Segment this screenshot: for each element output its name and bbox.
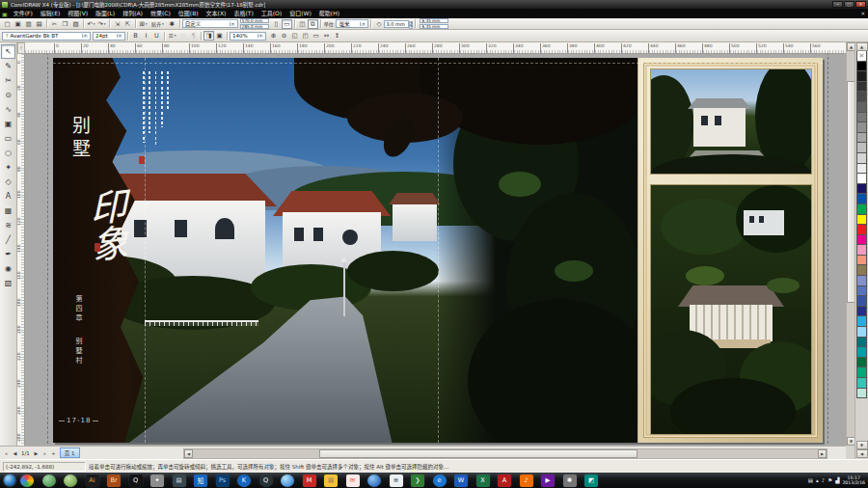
menu-item-1[interactable]: 编辑(E) <box>37 10 64 16</box>
paste-icon[interactable]: ▨ <box>70 19 81 29</box>
palette-swatch-33[interactable] <box>856 388 867 399</box>
menu-item-2[interactable]: 视图(V) <box>64 10 92 16</box>
palette-swatch-0[interactable] <box>856 51 867 62</box>
ruler-origin-box[interactable]: ┼ <box>17 42 25 54</box>
zoom-selected-icon[interactable]: ◱ <box>289 31 300 41</box>
taskbar-app-yellow-folder-icon[interactable]: ▤ <box>324 474 338 487</box>
outline-pen-tool[interactable]: ✒ <box>1 247 15 261</box>
add-page-icon[interactable]: + <box>49 450 58 456</box>
taskbar-app-dark-folder-icon[interactable]: ▤ <box>173 474 186 487</box>
taskbar-app-gray-tool-icon[interactable]: ✦ <box>150 474 164 487</box>
zoom-tool[interactable]: ⊙ <box>1 88 15 102</box>
app-launcher-icon[interactable]: ⊞▾ <box>138 19 149 29</box>
document-page-spread[interactable]: 别墅 印象 第四章 别墅村 17-18 <box>53 58 823 443</box>
horizontal-scroll-thumb[interactable] <box>319 449 637 458</box>
italic-icon[interactable]: I <box>141 31 151 41</box>
taskbar-app-green-bird-icon[interactable] <box>64 474 77 487</box>
vertical-scrollbar[interactable]: ▲ ▼ <box>846 42 854 446</box>
taskbar-app-video-purple-icon[interactable]: ▶ <box>541 474 555 487</box>
tray-icon-0[interactable]: ▤ <box>808 477 813 483</box>
minimize-button-icon[interactable]: ─ <box>832 1 843 8</box>
taskbar-app-music-orange-icon[interactable]: ♪ <box>520 474 533 487</box>
zoom-page-icon[interactable]: ▭ <box>311 31 321 41</box>
menu-item-4[interactable]: 排列(A) <box>119 10 147 16</box>
cut-icon[interactable]: ✂ <box>49 19 60 29</box>
fill-tool[interactable]: ◉ <box>1 261 15 276</box>
table-tool[interactable]: ▦ <box>1 203 15 218</box>
taskbar-app-blue-square-zhi-icon[interactable]: 知 <box>194 474 207 487</box>
menu-item-6[interactable]: 位图(B) <box>175 10 203 16</box>
tray-icon-2[interactable]: ♪ <box>822 477 826 483</box>
nudge-field[interactable]: 3.0 mm <box>384 20 409 28</box>
zoom-page-height-icon[interactable]: ↕ <box>332 31 342 41</box>
zoom-in-icon[interactable]: ⊕ <box>268 31 279 41</box>
drop-cap-icon[interactable]: ¶ <box>188 31 199 41</box>
print-icon[interactable]: ▤ <box>34 19 44 29</box>
taskbar-app-colorful-globe-icon[interactable] <box>20 474 34 487</box>
close-button-icon[interactable]: ✕ <box>855 1 866 8</box>
edit-text-icon[interactable]: ▣ <box>214 31 225 41</box>
taskbar-app-word-blue-icon[interactable]: W <box>454 474 468 487</box>
menu-item-9[interactable]: 工具(O) <box>258 10 285 16</box>
palette-scroll-down-icon[interactable]: ▼ <box>856 441 868 449</box>
taskbar-app-qq-penguin-icon[interactable]: Q <box>259 474 273 487</box>
horizontal-scrollbar[interactable]: ◀ ▶ <box>183 448 827 459</box>
save-icon[interactable]: ▥ <box>23 19 34 29</box>
units-combo[interactable]: 毫米▾ <box>336 19 368 28</box>
document-close-icon[interactable]: ✕ <box>860 11 865 16</box>
duplicate-y-field[interactable]: 6.35 mm <box>420 24 448 29</box>
tray-icon-1[interactable]: ▴ <box>816 477 819 483</box>
menu-item-8[interactable]: 表格(T) <box>230 10 257 16</box>
zoom-level-combo[interactable]: 140%▾ <box>230 32 266 41</box>
character-formatting-icon[interactable]: ◨ <box>203 31 214 41</box>
horizontal-ruler[interactable]: 0204060801001201401601802002202402602803… <box>25 42 846 54</box>
zoom-page-width-icon[interactable]: ↔ <box>321 31 332 41</box>
page-tab[interactable]: 页 1 <box>60 447 80 458</box>
freehand-tool[interactable]: ∿ <box>1 102 15 117</box>
taskbar-app-notepad-icon[interactable]: ≣ <box>390 474 403 487</box>
taskbar-app-green-parrot-icon[interactable]: ❯ <box>411 474 424 487</box>
title-bar[interactable]: CorelDRAW X4 (专业版) - [J:\厦门电脑2008\CDR\A-… <box>0 0 868 9</box>
taskbar-app-mail-icon[interactable]: ✉ <box>346 474 360 487</box>
first-page-icon[interactable]: « <box>2 450 11 456</box>
palette-scroll-up-icon[interactable]: ▲ <box>856 42 868 51</box>
undo-icon[interactable]: ↶▾ <box>86 19 96 29</box>
all-pages-icon[interactable]: ◫ <box>297 19 308 29</box>
menu-item-7[interactable]: 文本(X) <box>203 10 231 16</box>
bold-icon[interactable]: B <box>130 31 141 41</box>
text-tool[interactable]: A <box>1 189 15 203</box>
basic-shapes-tool[interactable]: ◇ <box>1 175 15 189</box>
portrait-icon[interactable]: ▯ <box>271 19 282 29</box>
next-page-icon[interactable]: ▶ <box>32 450 41 456</box>
paper-preset-combo[interactable]: 自定义▾ <box>182 19 238 28</box>
taskbar-app-green-sphere-icon[interactable] <box>42 474 56 487</box>
smart-fill-tool[interactable]: ▣ <box>1 117 15 131</box>
maximize-button-icon[interactable]: ▢ <box>844 1 854 8</box>
landscape-icon[interactable]: ▭ <box>282 19 292 29</box>
taskbar-app-excel-green-icon[interactable]: X <box>476 474 490 487</box>
eyedropper-tool[interactable]: ╱ <box>1 232 15 247</box>
interactive-fill-tool[interactable]: ▧ <box>1 276 15 290</box>
import-icon[interactable]: ⇲ <box>112 19 122 29</box>
taskbar-app-blue-globe-icon[interactable] <box>367 474 381 487</box>
export-icon[interactable]: ⇱ <box>122 19 133 29</box>
scroll-right-icon[interactable]: ▶ <box>818 449 827 458</box>
taskbar-app-k-circle-icon[interactable]: K <box>237 474 251 487</box>
tray-icon-4[interactable]: ▟ <box>835 477 839 483</box>
scroll-left-icon[interactable]: ◀ <box>184 449 193 458</box>
new-icon[interactable]: ▢ <box>2 19 13 29</box>
tray-icon-3[interactable]: ⚑ <box>827 477 832 483</box>
facing-pages-icon[interactable]: ⧉ <box>308 19 318 29</box>
taskbar-app-quark-icon[interactable]: Q <box>129 474 143 487</box>
options-icon[interactable]: ✱ <box>167 19 177 29</box>
start-button-icon[interactable] <box>4 474 15 486</box>
open-icon[interactable]: ▣ <box>13 19 23 29</box>
underline-icon[interactable]: U <box>151 31 162 41</box>
taskbar-app-photoshop-icon[interactable]: Ps <box>216 474 230 487</box>
menu-item-5[interactable]: 效果(C) <box>147 10 175 16</box>
vertical-ruler[interactable]: 020406080100120140160180200220240260280 <box>17 54 25 446</box>
ellipse-tool[interactable]: ○ <box>1 146 15 160</box>
menu-item-0[interactable]: 文件(F) <box>10 10 37 16</box>
snap-to-icon[interactable]: 贴齐▾ <box>149 19 167 29</box>
paper-height-field[interactable]: 285.0 mm <box>240 24 269 29</box>
